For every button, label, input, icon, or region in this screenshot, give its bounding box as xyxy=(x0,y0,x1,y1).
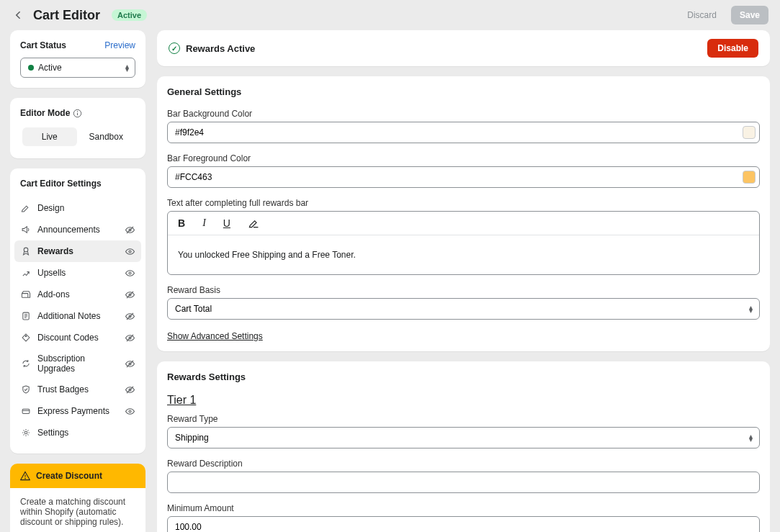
sidebar-item-settings[interactable]: Settings xyxy=(14,422,141,443)
svg-rect-8 xyxy=(22,294,27,298)
visibility-icon[interactable] xyxy=(125,384,135,395)
visibility-icon[interactable] xyxy=(125,311,135,322)
save-button[interactable]: Save xyxy=(731,6,768,24)
info-icon[interactable] xyxy=(73,109,82,118)
status-dot-icon xyxy=(28,65,34,71)
create-discount-body: Create a matching discount within Shopif… xyxy=(20,497,135,527)
rewards-settings-title: Rewards Settings xyxy=(167,371,760,382)
create-discount-title: Create Discount xyxy=(36,471,102,481)
svg-point-7 xyxy=(129,272,131,274)
settings-icon xyxy=(20,427,32,438)
visibility-icon[interactable] xyxy=(125,359,135,369)
color-swatch-icon[interactable] xyxy=(743,171,756,184)
sidebar-item-label: Discount Codes xyxy=(37,333,119,343)
subscription-upgrades-icon xyxy=(20,358,32,369)
general-settings-card: General Settings Bar Background Color Ba… xyxy=(157,76,770,351)
sidebar-item-additional-notes[interactable]: Additional Notes xyxy=(14,305,141,327)
text-complete-body[interactable]: You unlocked Free Shipping and a Free To… xyxy=(168,235,759,274)
chevron-updown-icon: ▴▾ xyxy=(125,64,129,71)
highlight-icon[interactable] xyxy=(248,217,259,229)
reward-desc-label: Reward Description xyxy=(167,459,760,469)
svg-point-27 xyxy=(24,431,27,434)
text-complete-editor: B I U You unlocked Free Shipping and a F… xyxy=(167,211,760,275)
sidebar-item-label: Additional Notes xyxy=(37,311,119,321)
bar-bg-label: Bar Background Color xyxy=(167,109,760,119)
rewards-active-card: ✓ Rewards Active Disable xyxy=(157,30,770,66)
disable-button[interactable]: Disable xyxy=(707,39,758,58)
sidebar-item-rewards[interactable]: Rewards xyxy=(14,240,141,262)
visibility-icon[interactable] xyxy=(125,333,135,343)
upsells-icon xyxy=(20,267,32,279)
mode-live-button[interactable]: Live xyxy=(22,127,77,146)
sidebar-item-label: Add-ons xyxy=(37,289,119,299)
sidebar-item-add-ons[interactable]: Add-ons xyxy=(14,284,141,305)
rewards-active-label: Rewards Active xyxy=(186,43,255,54)
mode-sandbox-button[interactable]: Sandbox xyxy=(79,127,134,146)
sidebar-item-label: Trust Badges xyxy=(37,384,119,395)
sidebar-item-announcements[interactable]: Announcements xyxy=(14,219,141,240)
create-discount-card: Create Discount Create a matching discou… xyxy=(10,464,145,532)
add-ons-icon xyxy=(20,289,32,300)
sidebar-item-trust-badges[interactable]: Trust Badges xyxy=(14,379,141,400)
svg-rect-24 xyxy=(22,409,30,413)
svg-point-2 xyxy=(78,111,79,112)
svg-point-6 xyxy=(129,251,131,253)
sidebar-item-label: Design xyxy=(37,203,135,213)
visibility-icon[interactable] xyxy=(125,289,135,300)
sidebar-item-express-payments[interactable]: Express Payments xyxy=(14,400,141,422)
tier-title: Tier 1 xyxy=(167,394,760,407)
sidebar-item-label: Upsells xyxy=(37,268,119,278)
sidebar-item-label: Announcements xyxy=(37,225,119,235)
svg-point-26 xyxy=(129,410,131,412)
visibility-icon[interactable] xyxy=(125,406,135,417)
chevron-updown-icon: ▴▾ xyxy=(749,434,753,441)
trust-badges-icon xyxy=(20,384,32,395)
discard-button[interactable]: Discard xyxy=(678,6,725,24)
italic-icon[interactable]: I xyxy=(202,217,206,229)
min-amount-input[interactable] xyxy=(167,516,760,532)
warning-icon xyxy=(20,471,30,481)
bar-bg-input[interactable] xyxy=(167,122,760,143)
editor-mode-card: Editor Mode Live Sandbox xyxy=(10,98,145,158)
design-icon xyxy=(20,202,32,214)
svg-point-5 xyxy=(24,248,28,252)
text-complete-label: Text after completing full rewards bar xyxy=(167,198,760,208)
underline-icon[interactable]: U xyxy=(223,217,230,229)
color-swatch-icon[interactable] xyxy=(743,126,756,139)
bar-fg-input[interactable] xyxy=(167,166,760,188)
status-badge: Active xyxy=(112,9,147,21)
discount-codes-icon xyxy=(20,332,32,343)
sidebar-item-subscription-upgrades[interactable]: Subscription Upgrades xyxy=(14,348,141,379)
cart-status-card: Cart Status Preview Active ▴▾ xyxy=(10,30,145,88)
show-advanced-link[interactable]: Show Advanced Settings xyxy=(167,331,263,341)
check-circle-icon: ✓ xyxy=(169,42,180,54)
cart-status-value: Active xyxy=(38,63,62,73)
sidebar-item-design[interactable]: Design xyxy=(14,197,141,219)
rewards-settings-card: Rewards Settings Tier 1 Reward Type ▴▾ R… xyxy=(157,361,770,532)
sidebar-item-discount-codes[interactable]: Discount Codes xyxy=(14,327,141,348)
svg-point-17 xyxy=(25,335,26,336)
preview-link[interactable]: Preview xyxy=(104,40,135,50)
svg-point-30 xyxy=(25,478,26,479)
rewards-icon xyxy=(20,245,32,257)
general-settings-title: General Settings xyxy=(167,86,760,97)
reward-desc-input[interactable] xyxy=(167,472,760,493)
bold-icon[interactable]: B xyxy=(178,217,185,229)
visibility-icon[interactable] xyxy=(125,225,135,235)
sidebar-item-label: Subscription Upgrades xyxy=(37,353,119,374)
visibility-icon[interactable] xyxy=(125,268,135,279)
settings-list-title: Cart Editor Settings xyxy=(14,179,141,191)
sidebar-item-label: Settings xyxy=(37,428,135,438)
additional-notes-icon xyxy=(20,310,32,322)
sidebar-item-upsells[interactable]: Upsells xyxy=(14,262,141,284)
bar-fg-label: Bar Foreground Color xyxy=(167,153,760,163)
chevron-updown-icon: ▴▾ xyxy=(749,305,753,312)
cart-status-title: Cart Status xyxy=(20,40,66,50)
reward-basis-select[interactable] xyxy=(167,298,760,320)
cart-status-select[interactable]: Active ▴▾ xyxy=(20,58,135,78)
editor-mode-segmented: Live Sandbox xyxy=(20,125,135,148)
reward-type-select[interactable] xyxy=(167,427,760,448)
visibility-icon[interactable] xyxy=(125,246,135,257)
back-icon[interactable] xyxy=(12,8,26,22)
sidebar-item-label: Express Payments xyxy=(37,406,119,416)
